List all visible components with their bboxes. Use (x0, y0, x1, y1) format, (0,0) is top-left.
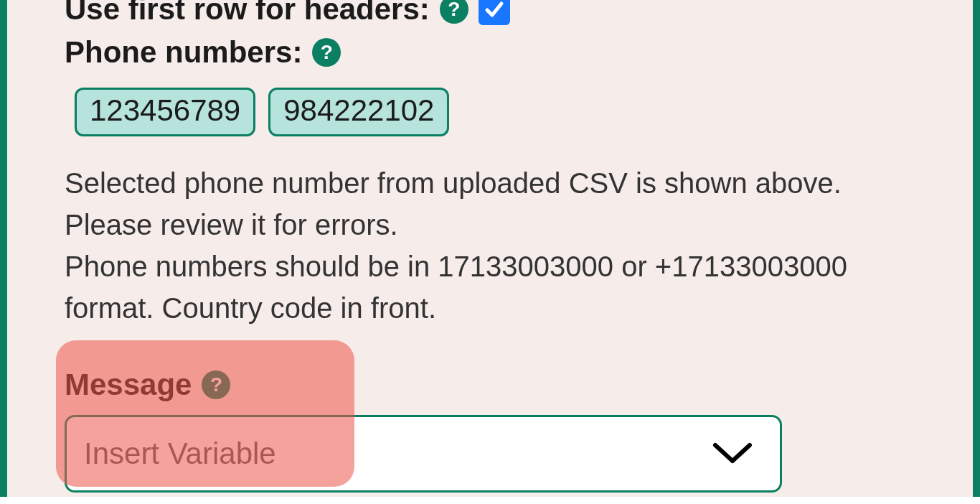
message-label: Message (65, 368, 192, 402)
phone-numbers-row: Phone numbers: ? (65, 36, 915, 69)
use-first-row-checkbox[interactable] (479, 0, 510, 25)
use-first-row-label: Use first row for headers: (65, 0, 430, 26)
phone-number-instructions: Selected phone number from uploaded CSV … (65, 162, 915, 329)
instructions-line: Phone numbers should be in 17133003000 o… (65, 251, 847, 324)
chevron-down-icon (710, 438, 755, 470)
phone-number-chip[interactable]: 984222102 (268, 88, 449, 136)
checkmark-icon (483, 0, 506, 21)
phone-numbers-label: Phone numbers: (65, 36, 302, 69)
message-label-row: Message ? (65, 368, 915, 402)
phone-number-chip[interactable]: 123456789 (75, 88, 255, 136)
instructions-line: Selected phone number from uploaded CSV … (65, 167, 842, 241)
help-icon[interactable]: ? (312, 38, 341, 67)
help-icon[interactable]: ? (440, 0, 468, 24)
phone-number-chips: 123456789 984222102 (75, 88, 915, 136)
dropdown-placeholder: Insert Variable (84, 437, 276, 471)
use-first-row-row: Use first row for headers: ? (65, 0, 915, 26)
message-section: Message ? Insert Variable (65, 368, 915, 493)
help-icon[interactable]: ? (202, 370, 230, 399)
insert-variable-dropdown[interactable]: Insert Variable (65, 415, 782, 493)
